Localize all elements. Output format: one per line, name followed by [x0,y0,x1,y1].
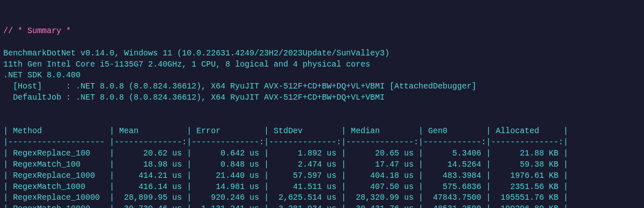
summary-comment: // * Summary * [3,26,71,36]
benchmark-table: | Method | Mean | Error | StdDev | Media… [3,127,568,208]
env-line-1: BenchmarkDotNet v0.14.0, Windows 11 (10.… [3,49,389,58]
env-line-5: DefaultJob : .NET 8.0.8 (8.0.824.36612),… [3,93,385,102]
env-line-2: 11th Gen Intel Core i5-1135G7 2.40GHz, 1… [3,60,370,69]
env-line-3: .NET SDK 8.0.400 [3,71,80,80]
env-line-4: [Host] : .NET 8.0.8 (8.0.824.36612), X64… [3,82,477,91]
